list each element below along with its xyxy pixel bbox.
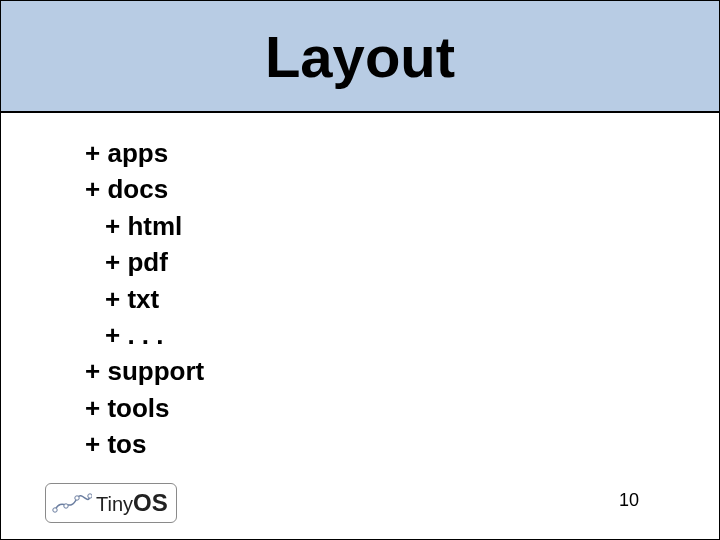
list-item-label: pdf — [127, 247, 167, 277]
list-item-label: tools — [107, 393, 169, 423]
list-item-label: . . . — [127, 320, 163, 350]
list-item: + txt — [85, 281, 719, 317]
logo-graphic-icon — [52, 488, 92, 518]
logo-text-os: OS — [133, 489, 168, 517]
list-item: + docs — [85, 171, 719, 207]
list-item-label: support — [107, 356, 204, 386]
svg-point-2 — [75, 496, 79, 500]
svg-point-0 — [53, 508, 57, 512]
expand-icon: + — [85, 356, 107, 386]
directory-tree: + apps + docs + html + pdf + txt + . . .… — [1, 113, 719, 463]
list-item: + tools — [85, 390, 719, 426]
svg-point-3 — [88, 494, 92, 498]
title-bar: Layout — [1, 1, 719, 113]
page-number: 10 — [619, 490, 639, 511]
list-item-label: docs — [107, 174, 168, 204]
logo-text-tiny: Tiny — [96, 493, 133, 516]
page-title: Layout — [265, 23, 455, 90]
logo-text: TinyOS — [96, 489, 168, 517]
list-item: + apps — [85, 135, 719, 171]
svg-point-1 — [64, 504, 68, 508]
list-item-label: txt — [127, 284, 159, 314]
list-item-label: html — [127, 211, 182, 241]
expand-icon: + — [85, 138, 107, 168]
tinyos-logo: TinyOS — [45, 483, 177, 523]
list-item-label: apps — [107, 138, 168, 168]
list-item: + tos — [85, 426, 719, 462]
slide: Layout + apps + docs + html + pdf + txt … — [0, 0, 720, 540]
expand-icon: + — [85, 429, 107, 459]
footer: TinyOS 10 — [1, 469, 719, 539]
list-item: + html — [85, 208, 719, 244]
list-item: + support — [85, 353, 719, 389]
list-item: + . . . — [85, 317, 719, 353]
list-item: + pdf — [85, 244, 719, 280]
expand-icon: + — [85, 174, 107, 204]
list-item-label: tos — [107, 429, 146, 459]
expand-icon: + — [105, 320, 127, 350]
expand-icon: + — [85, 393, 107, 423]
expand-icon: + — [105, 247, 127, 277]
expand-icon: + — [105, 284, 127, 314]
expand-icon: + — [105, 211, 127, 241]
